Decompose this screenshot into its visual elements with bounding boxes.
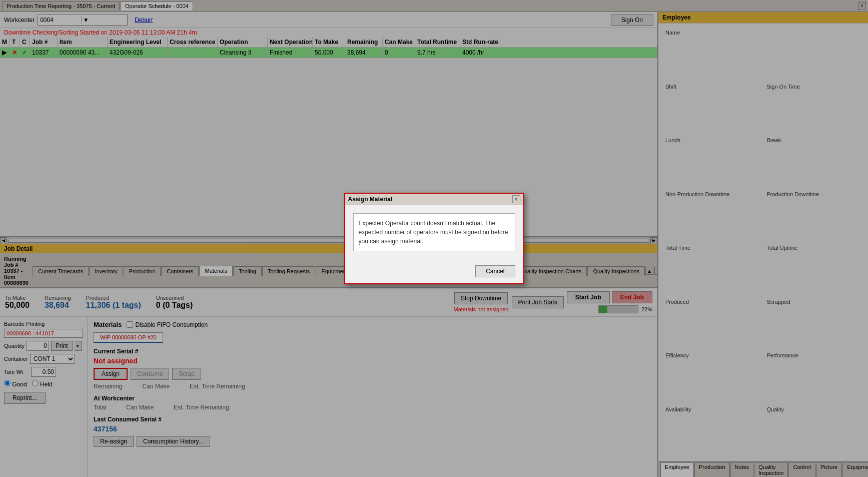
modal-titlebar: Assign Material × [345,194,523,205]
modal-footer: Cancel [345,265,523,283]
modal-title: Assign Material [348,196,512,203]
assign-material-dialog: Assign Material × Expected Operator coun… [344,193,524,284]
modal-close-button[interactable]: × [512,195,520,203]
modal-overlay: Assign Material × Expected Operator coun… [0,0,868,477]
modal-cancel-button[interactable]: Cancel [475,265,515,277]
modal-body: Expected Operator count doesn't match ac… [345,205,523,265]
modal-message: Expected Operator count doesn't match ac… [353,213,515,251]
